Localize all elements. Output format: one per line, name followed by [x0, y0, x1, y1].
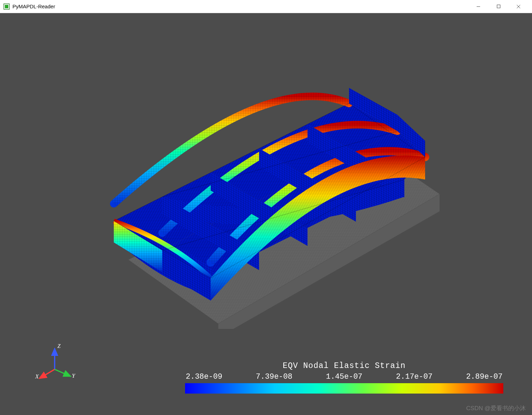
minimize-button[interactable] [468, 0, 488, 13]
scalar-tick: 7.39e-08 [256, 372, 293, 381]
mesh-visualization [93, 79, 439, 301]
svg-line-35 [55, 369, 71, 376]
watermark-text: CSDN @爱看书的小沐 [466, 404, 526, 412]
scalar-tick: 2.17e-07 [396, 372, 433, 381]
scalar-tick: 2.38e-09 [186, 372, 222, 381]
axis-y-label: Y [72, 373, 76, 379]
window-titlebar: PyMAPDL-Reader [0, 0, 532, 13]
scalar-bar-title: EQV Nodal Elastic Strain [185, 361, 503, 370]
deformed-mesh [93, 79, 439, 314]
app-icon [3, 3, 10, 10]
scalar-tick: 1.45e-07 [326, 372, 363, 381]
scalar-bar-ticks: 2.38e-09 7.39e-08 1.45e-07 2.17e-07 2.89… [185, 372, 503, 381]
svg-line-34 [39, 369, 55, 378]
axis-triad: Z X Y [35, 342, 76, 384]
render-viewport[interactable]: Z X Y EQV Nodal Elastic Strain 2.38e-09 … [0, 13, 532, 415]
scalar-bar: EQV Nodal Elastic Strain 2.38e-09 7.39e-… [185, 361, 503, 394]
svg-rect-1 [5, 5, 8, 8]
scalar-tick: 2.89e-07 [466, 372, 503, 381]
scalar-bar-gradient [185, 383, 503, 394]
window-controls [468, 0, 529, 13]
maximize-button[interactable] [488, 0, 508, 13]
close-button[interactable] [508, 0, 529, 13]
svg-rect-3 [497, 5, 500, 8]
window-title: PyMAPDL-Reader [12, 3, 468, 9]
axis-z-label: Z [57, 343, 61, 349]
axis-x-label: X [35, 374, 39, 379]
